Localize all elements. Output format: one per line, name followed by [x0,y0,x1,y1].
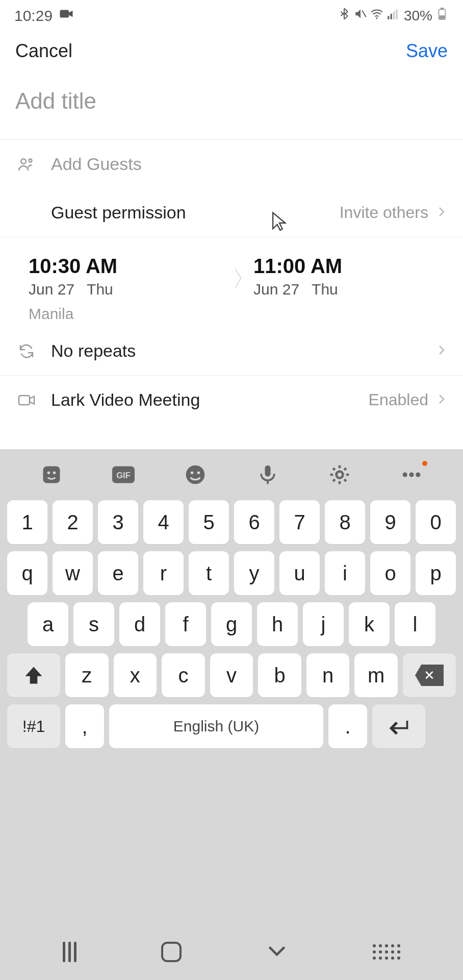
q-row: q w e r t y u i o p [7,551,456,595]
key-h[interactable]: h [257,602,298,646]
key-x[interactable]: x [114,653,157,697]
key-comma[interactable]: , [65,704,104,748]
key-i[interactable]: i [325,551,365,595]
start-day: Thu [87,281,113,298]
key-2[interactable]: 2 [53,500,93,544]
key-9[interactable]: 9 [370,500,410,544]
time-row[interactable]: 10:30 AM Jun 27 Thu Manila 11:00 AM Jun … [15,237,448,327]
nav-back[interactable] [266,940,288,964]
a-row: a s d f g h j k l [7,602,456,646]
timezone: Manila [29,305,223,323]
key-e[interactable]: e [98,551,138,595]
title-input[interactable] [15,88,448,114]
key-q[interactable]: q [7,551,47,595]
video-meeting-value: Enabled [369,390,428,409]
mute-icon [354,7,367,24]
repeat-icon [15,342,38,360]
key-shift[interactable] [7,653,60,697]
svg-point-23 [337,472,343,478]
key-w[interactable]: w [53,551,93,595]
status-bar: 10:29 30% [0,0,463,29]
num-row: 1 2 3 4 5 6 7 8 9 0 [7,500,456,544]
save-button[interactable]: Save [406,40,448,62]
key-symbols[interactable]: !#1 [7,704,60,748]
key-0[interactable]: 0 [416,500,456,544]
status-time: 10:29 [14,7,53,24]
nav-recents[interactable] [63,942,76,962]
svg-rect-14 [43,467,60,483]
key-7[interactable]: 7 [279,500,320,544]
svg-point-26 [416,472,421,477]
key-1[interactable]: 1 [7,500,47,544]
time-arrow-icon [228,264,248,292]
svg-rect-13 [19,396,30,405]
key-g[interactable]: g [211,602,252,646]
key-z[interactable]: z [65,653,109,697]
key-d[interactable]: d [119,602,160,646]
key-y[interactable]: y [234,551,274,595]
key-r[interactable]: r [143,551,184,595]
key-period[interactable]: . [328,704,367,748]
guests-section: Add Guests Guest permission Invite other… [0,140,463,237]
key-3[interactable]: 3 [98,500,138,544]
z-row: z x c v b n m ✕ [7,653,456,697]
key-backspace[interactable]: ✕ [403,653,456,697]
guest-permission-label: Guest permission [51,203,186,223]
repeats-label: No repeats [51,341,136,361]
emoji-icon[interactable] [183,462,208,487]
svg-point-20 [191,472,194,475]
key-o[interactable]: o [370,551,410,595]
key-u[interactable]: u [279,551,320,595]
cancel-button[interactable]: Cancel [15,40,72,62]
svg-point-21 [197,472,200,475]
key-k[interactable]: k [349,602,390,646]
time-section: 10:30 AM Jun 27 Thu Manila 11:00 AM Jun … [0,237,463,376]
wifi-icon [370,7,383,24]
key-m[interactable]: m [354,653,398,697]
svg-point-10 [21,159,26,164]
key-b[interactable]: b [258,653,301,697]
key-v[interactable]: v [210,653,253,697]
key-enter[interactable] [372,704,425,748]
battery-percent: 30% [404,8,432,24]
key-l[interactable]: l [395,602,435,646]
chevron-right-icon [435,206,448,220]
key-5[interactable]: 5 [189,500,229,544]
nav-home[interactable] [161,942,182,962]
key-a[interactable]: a [28,602,68,646]
keyboard-switch-icon[interactable] [373,944,400,960]
svg-point-15 [47,472,50,475]
key-4[interactable]: 4 [143,500,184,544]
key-s[interactable]: s [73,602,114,646]
key-space[interactable]: English (UK) [109,704,323,748]
bluetooth-icon [338,7,351,24]
mic-icon[interactable] [255,462,280,487]
end-time-block[interactable]: 11:00 AM Jun 27 Thu [253,255,448,298]
svg-point-24 [403,472,407,477]
gear-icon[interactable] [327,462,352,487]
key-j[interactable]: j [303,602,344,646]
video-meeting-section: Lark Video Meeting Enabled [0,376,463,413]
title-field-wrap [0,73,463,140]
start-time-block[interactable]: 10:30 AM Jun 27 Thu Manila [29,255,223,323]
svg-rect-3 [388,16,389,19]
sticker-icon[interactable] [39,462,64,487]
more-icon[interactable] [399,462,424,487]
nav-bar [0,924,463,980]
key-p[interactable]: p [416,551,456,595]
gif-icon[interactable]: GIF [111,462,136,487]
repeats-row[interactable]: No repeats [15,327,448,375]
guest-permission-value: Invite others [340,203,428,222]
key-f[interactable]: f [165,602,206,646]
signal-icon [387,7,400,24]
add-guests-row[interactable]: Add Guests [15,140,448,188]
svg-rect-9 [440,15,445,19]
key-c[interactable]: c [162,653,205,697]
key-n[interactable]: n [306,653,350,697]
camera-icon [59,6,74,25]
guest-permission-row[interactable]: Guest permission Invite others [15,188,448,237]
key-6[interactable]: 6 [234,500,274,544]
key-t[interactable]: t [189,551,229,595]
key-8[interactable]: 8 [325,500,365,544]
video-meeting-row[interactable]: Lark Video Meeting Enabled [15,376,448,413]
